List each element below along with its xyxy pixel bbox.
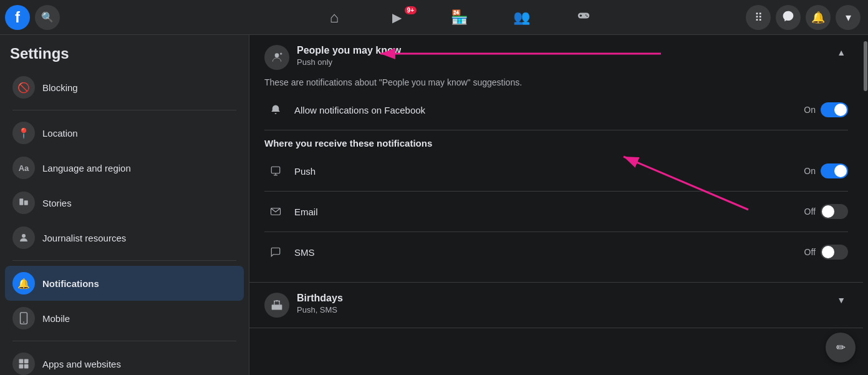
toggle-allow-right: On — [804, 102, 848, 117]
email-status: Off — [804, 207, 816, 217]
fab-edit-button[interactable]: ✏ — [826, 333, 856, 363]
sidebar-item-apps-label: Apps and websites — [42, 359, 121, 369]
facebook-logo[interactable]: f — [5, 5, 30, 30]
sms-toggle[interactable] — [821, 245, 848, 260]
section-subtitle-people: Push only — [297, 57, 401, 67]
mobile-icon — [12, 307, 35, 329]
email-icon — [264, 200, 287, 223]
notifications-icon: 🔔 — [12, 272, 35, 295]
section-title-block: People you may know Push only — [297, 45, 401, 67]
sidebar-item-journalist[interactable]: Journalist resources — [5, 220, 244, 255]
svg-rect-0 — [578, 12, 589, 18]
notifications-button[interactable]: 🔔 — [806, 5, 831, 30]
section-header-birthdays[interactable]: Birthdays Push, SMS ▼ — [264, 293, 848, 318]
messenger-button[interactable] — [776, 5, 801, 30]
section-people-icon — [264, 45, 289, 70]
language-icon: Aa — [12, 157, 35, 179]
toggle-email-left: Email — [264, 200, 318, 223]
divider-1 — [12, 110, 236, 110]
push-icon — [264, 160, 287, 182]
push-toggle[interactable] — [821, 163, 848, 178]
sidebar-item-language[interactable]: Aa Language and region — [5, 150, 244, 185]
nav-gaming[interactable] — [554, 2, 614, 32]
svg-rect-26 — [272, 304, 282, 309]
home-icon: ⌂ — [330, 9, 339, 26]
birthday-title-block: Birthdays Push, SMS — [297, 293, 343, 314]
svg-point-9 — [23, 321, 24, 323]
messenger-icon — [782, 10, 794, 25]
email-toggle[interactable] — [821, 204, 848, 219]
main-content: People you may know Push only ▲ These ar… — [249, 35, 863, 375]
account-button[interactable]: ▾ — [836, 5, 861, 30]
sidebar-item-location[interactable]: 📍 Location — [5, 115, 244, 150]
svg-rect-10 — [19, 359, 24, 364]
svg-rect-2 — [580, 15, 582, 16]
search-button[interactable]: 🔍 — [35, 5, 60, 30]
groups-icon: 👥 — [513, 9, 530, 26]
section-description: These are notifications about "People yo… — [264, 77, 848, 87]
sidebar-title: Settings — [5, 45, 244, 70]
watch-badge: 9+ — [405, 6, 417, 14]
sidebar-item-stories[interactable]: Stories — [5, 185, 244, 220]
search-icon: 🔍 — [41, 11, 54, 23]
sms-icon — [264, 241, 287, 263]
location-icon: 📍 — [12, 122, 35, 144]
push-status: On — [804, 166, 816, 176]
nav-home[interactable]: ⌂ — [304, 2, 364, 32]
section-title-people: People you may know — [297, 45, 401, 56]
journalist-icon — [12, 226, 35, 249]
nav-marketplace[interactable]: 🏪 — [429, 2, 489, 32]
blocking-icon: 🚫 — [12, 76, 35, 99]
sidebar: Settings 🚫 Blocking 📍 Location Aa Langua… — [0, 35, 249, 375]
toggle-sms-left: SMS — [264, 241, 315, 263]
topnav: f 🔍 ⌂ ▶ 9+ 🏪 👥 — [0, 0, 868, 35]
section-header-people[interactable]: People you may know Push only ▲ — [264, 45, 848, 70]
scrollbar-thumb[interactable] — [864, 41, 867, 91]
menu-button[interactable]: ⠿ — [746, 5, 771, 30]
svg-rect-13 — [24, 364, 29, 369]
sidebar-item-journalist-label: Journalist resources — [42, 233, 126, 243]
svg-rect-6 — [24, 200, 28, 205]
svg-rect-11 — [24, 359, 29, 364]
sidebar-item-mobile-label: Mobile — [42, 313, 70, 324]
body-layout: Settings 🚫 Blocking 📍 Location Aa Langua… — [0, 35, 868, 375]
birthday-icon — [264, 293, 289, 318]
nav-groups[interactable]: 👥 — [491, 2, 551, 32]
section-birthdays-left: Birthdays Push, SMS — [264, 293, 343, 318]
gaming-icon — [577, 9, 591, 26]
marketplace-icon: 🏪 — [451, 9, 468, 26]
toggle-allow-left: Allow notifications on Facebook — [264, 99, 425, 121]
sidebar-item-location-label: Location — [42, 128, 78, 139]
toggle-sms: SMS Off — [264, 232, 848, 272]
svg-rect-22 — [271, 167, 280, 173]
birthday-section-expand-button[interactable]: ▼ — [834, 293, 848, 308]
svg-point-4 — [587, 16, 588, 17]
divider-2 — [12, 260, 236, 261]
edit-icon: ✏ — [836, 341, 846, 354]
toggle-sms-right: Off — [804, 245, 848, 260]
bell-icon: 🔔 — [811, 11, 825, 24]
section-collapse-button[interactable]: ▲ — [834, 45, 848, 60]
topnav-center: ⌂ ▶ 9+ 🏪 👥 — [224, 2, 693, 32]
sidebar-item-apps[interactable]: Apps and websites — [5, 346, 244, 375]
section-title-birthdays: Birthdays — [297, 293, 343, 304]
email-label: Email — [294, 207, 318, 217]
section-header-left: People you may know Push only — [264, 45, 401, 70]
sidebar-item-blocking[interactable]: 🚫 Blocking — [5, 70, 244, 105]
divider-3 — [12, 341, 236, 341]
nav-watch[interactable]: ▶ 9+ — [367, 2, 427, 32]
toggle-push: Push On — [264, 151, 848, 192]
push-label: Push — [294, 166, 316, 177]
section-birthdays: Birthdays Push, SMS ▼ — [249, 283, 863, 328]
allow-notifications-toggle[interactable] — [821, 102, 848, 117]
scrollbar[interactable] — [863, 35, 868, 375]
toggle-email-right: Off — [804, 204, 848, 219]
svg-rect-12 — [19, 364, 24, 369]
watch-icon: ▶ — [392, 10, 402, 25]
sidebar-item-mobile[interactable]: Mobile — [5, 301, 244, 336]
sidebar-item-notifications[interactable]: 🔔 Notifications — [5, 266, 244, 301]
toggle-push-right: On — [804, 163, 848, 178]
section-subtitle-birthdays: Push, SMS — [297, 305, 343, 314]
stories-icon — [12, 192, 35, 214]
bell-row-icon — [264, 99, 287, 121]
